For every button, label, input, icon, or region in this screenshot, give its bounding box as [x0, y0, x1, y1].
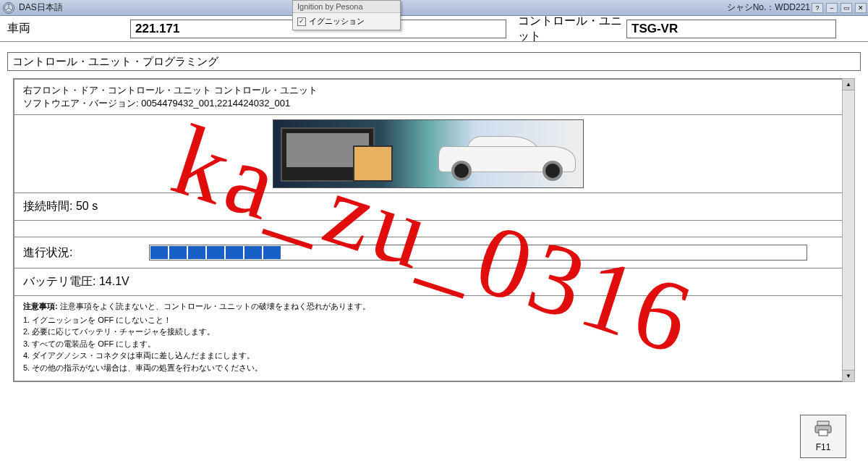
programming-graphic: [273, 119, 584, 188]
chassis-number: シャシNo.：WDD221: [727, 1, 810, 14]
notes-item: 2. 必要に応じてバッテリ・チャージャを接続します。: [23, 326, 833, 338]
section-title: コントロール・ユニット・プログラミング: [7, 52, 861, 71]
battery-value: 14.1V: [99, 275, 129, 287]
unit-info-segment: 右フロント・ドア・コントロール・ユニット コントロール・ユニット ソフトウエア・…: [14, 80, 842, 115]
control-unit-label: コントロール・ユニット: [518, 14, 626, 44]
f11-print-button[interactable]: F11: [800, 415, 846, 458]
progress-segment: [188, 246, 205, 259]
progress-segment: [226, 246, 243, 259]
progress-label: 進行状況:: [23, 245, 72, 261]
vertical-scrollbar[interactable]: ▲ ▼: [842, 78, 855, 382]
software-version-value: 0054479432_001,2214424032_001: [141, 98, 290, 109]
dropdown-item-label: イグニッション: [309, 16, 365, 27]
progress-bar: [149, 245, 807, 261]
app-title: DAS日本語: [19, 1, 63, 14]
unit-name: 右フロント・ドア・コントロール・ユニット コントロール・ユニット: [23, 84, 833, 97]
scroll-up-icon[interactable]: ▲: [843, 79, 854, 90]
notes-list: 1. イグニッションを OFF にしないこと！2. 必要に応じてバッテリ・チャー…: [23, 314, 833, 374]
control-unit-value: TSG-VR: [631, 22, 678, 36]
spacer: [14, 221, 842, 237]
vehicle-value: 221.171: [135, 22, 179, 36]
progress-segment: [263, 246, 281, 259]
vehicle-label: 車両: [7, 21, 130, 36]
checkbox-icon: ✓: [297, 17, 306, 26]
svg-rect-3: [819, 430, 827, 436]
connection-time-row: 接続時間: 50 s: [14, 193, 842, 221]
f11-label: F11: [816, 442, 831, 452]
image-row: [14, 115, 842, 193]
software-version-line: ソフトウエア・バージョン: 0054479432_001,2214424032_…: [23, 97, 833, 110]
minimize-button[interactable]: –: [826, 3, 838, 13]
title-bar: DAS日本語 シャシNo.：WDD221 ? – ▭ ✕: [0, 0, 868, 16]
notes-title: 注意事項:: [23, 302, 60, 310]
progress-segment: [244, 246, 262, 259]
ignition-dropdown[interactable]: Ignition by Pesona ✓ イグニッション: [292, 0, 401, 30]
connection-time-value: 50 s: [76, 200, 98, 212]
notes-title-text: 注意事項をよく読まないと、コントロール・ユニットの破壊をまねく恐れがあります。: [60, 302, 370, 310]
notes-segment: 注意事項: 注意事項をよく読まないと、コントロール・ユニットの破壊をまねく恐れが…: [14, 296, 842, 381]
close-button[interactable]: ✕: [855, 3, 867, 13]
section-title-row: コントロール・ユニット・プログラミング: [7, 52, 861, 71]
scroll-down-icon[interactable]: ▼: [843, 370, 854, 381]
app-logo-icon: [3, 2, 14, 14]
battery-row: バッテリ電圧: 14.1V: [14, 268, 842, 296]
battery-label: バッテリ電圧:: [23, 275, 99, 287]
control-unit-value-box: TSG-VR: [626, 20, 836, 38]
notes-item: 4. ダイアグノシス・コネクタは車両に差し込んだままにします。: [23, 350, 833, 362]
progress-segment: [169, 246, 187, 259]
content-frame: 右フロント・ドア・コントロール・ユニット コントロール・ユニット ソフトウエア・…: [13, 78, 855, 382]
interface-box-icon: [353, 145, 393, 182]
svg-rect-1: [817, 421, 829, 426]
notes-item: 1. イグニッションを OFF にしないこと！: [23, 314, 833, 326]
car-icon: [438, 133, 576, 184]
dropdown-item-ignition[interactable]: ✓ イグニッション: [293, 13, 400, 30]
printer-icon: [814, 420, 833, 441]
notes-item: 3. すべての電装品を OFF にします。: [23, 338, 833, 350]
notes-item: 5. その他の指示がない場合は、車両の処置を行わないでください。: [23, 362, 833, 374]
window-buttons: ? – ▭ ✕: [812, 3, 867, 13]
progress-segment: [207, 246, 224, 259]
notes-heading-line: 注意事項: 注意事項をよく読まないと、コントロール・ユニットの破壊をまねく恐れが…: [23, 300, 833, 313]
help-button[interactable]: ?: [812, 3, 823, 13]
progress-segment: [150, 246, 168, 259]
maximize-button[interactable]: ▭: [841, 3, 852, 13]
software-version-label: ソフトウエア・バージョン:: [23, 98, 141, 109]
connection-time-label: 接続時間:: [23, 200, 76, 212]
dropdown-header: Ignition by Pesona: [293, 1, 400, 13]
progress-row: 進行状況:: [14, 237, 842, 268]
header-row: 車両 221.171 コントロール・ユニット TSG-VR: [0, 16, 868, 42]
